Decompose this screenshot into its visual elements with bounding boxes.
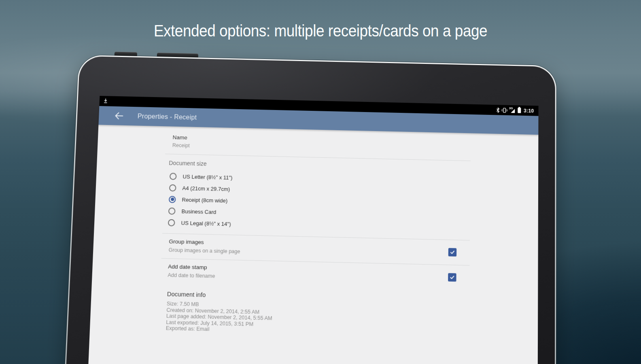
- signal-triangle: [511, 109, 515, 113]
- back-button[interactable]: [110, 108, 127, 124]
- checkbox-checked-icon[interactable]: [448, 273, 456, 281]
- arrow-left-icon: [115, 112, 123, 120]
- battery-icon: [518, 108, 521, 113]
- vibrate-icon: [501, 107, 507, 113]
- pref-subtitle: Add date to filename: [168, 272, 215, 279]
- tablet-bezel: 3G 3:10: [66, 56, 555, 364]
- status-icons: 3G 3:10: [496, 107, 534, 114]
- radio-icon: [168, 219, 175, 226]
- pref-subtitle: Group images on a single page: [168, 247, 240, 254]
- tablet-screen: 3G 3:10: [87, 96, 538, 364]
- pref-text: Group images Group images on a single pa…: [168, 238, 240, 254]
- document-info-section: Document info Size: 7.50 MB Created on: …: [159, 284, 469, 339]
- settings-content: Name Receipt Document size US Letter (8½…: [87, 125, 538, 364]
- radio-icon: [169, 184, 176, 191]
- marketing-background: Extended options: multiple receipts/card…: [0, 0, 641, 364]
- status-clock: 3:10: [524, 108, 534, 114]
- network-3g-icon: 3G: [509, 107, 515, 113]
- radio-selected-icon: [169, 196, 176, 203]
- download-icon: [103, 98, 108, 104]
- bluetooth-icon: [496, 107, 500, 113]
- radio-icon: [170, 173, 177, 180]
- radio-icon: [168, 207, 176, 215]
- pref-text: Add date stamp Add date to filename: [168, 263, 215, 279]
- checkbox-checked-icon[interactable]: [448, 248, 457, 256]
- tablet-rim: 3G 3:10: [64, 55, 556, 364]
- tablet-device: 3G 3:10: [64, 51, 556, 364]
- divider: [165, 154, 471, 161]
- page-title: Properties - Receipt: [138, 112, 197, 121]
- pref-title: Group images: [169, 238, 240, 246]
- hero-title: Extended options: multiple receipts/card…: [32, 22, 609, 40]
- pref-title: Add date stamp: [168, 263, 215, 271]
